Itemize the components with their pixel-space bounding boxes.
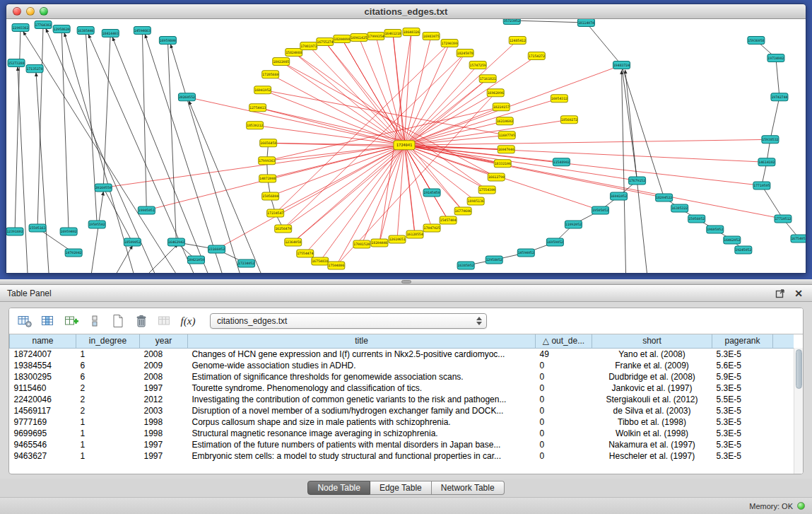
graph-node[interactable]: 12958620 [53, 25, 70, 33]
table-cell[interactable]: 0 [536, 382, 592, 394]
graph-node[interactable]: 12391602 [6, 228, 23, 235]
table-cell[interactable]: Corpus callosum shape and size in male p… [188, 416, 536, 428]
graph-node[interactable]: 18530212 [247, 122, 264, 129]
graph-node[interactable]: 11092052 [565, 221, 582, 228]
table-cell[interactable]: Jankovic et al. (1997) [592, 382, 712, 394]
graph-edge[interactable] [625, 70, 647, 274]
graph-node[interactable]: 17999354 [367, 33, 384, 40]
table-cell[interactable]: 5.3E-5 [712, 439, 773, 450]
graph-edge[interactable] [88, 35, 194, 274]
table-cell[interactable]: 1998 [140, 428, 188, 439]
graph-edge[interactable] [622, 65, 637, 180]
import-table-icon[interactable] [156, 313, 173, 329]
add-column-icon[interactable] [63, 313, 80, 329]
function-builder-icon[interactable]: f(x) [180, 313, 196, 329]
graph-edge[interactable] [404, 65, 478, 145]
table-cell[interactable]: 6 [76, 360, 140, 371]
graph-edge[interactable] [293, 78, 488, 242]
table-row[interactable]: 1830029562008Estimation of significance … [10, 371, 794, 382]
graph-edge[interactable] [167, 40, 176, 242]
graph-node[interactable]: 16962096 [487, 89, 504, 97]
graph-node[interactable]: 1724041 [394, 141, 415, 150]
graph-node[interactable]: 23166052 [208, 245, 225, 253]
graph-node[interactable]: 17047025 [423, 224, 440, 232]
graph-node[interactable]: 17710512 [775, 215, 792, 223]
graph-node[interactable]: 16047046 [498, 146, 514, 153]
graph-node[interactable]: 16041952 [254, 86, 271, 94]
graph-node[interactable]: 18204522 [656, 194, 673, 201]
table-row[interactable]: 946554611997Estimation of the future num… [10, 439, 794, 450]
graph-edge[interactable] [217, 145, 404, 249]
table-cell[interactable]: Dudbridge et al. (2008) [592, 371, 712, 382]
table-cell[interactable]: 6 [76, 371, 140, 382]
new-table-icon[interactable] [110, 313, 126, 329]
table-cell[interactable]: 9777169 [10, 416, 76, 428]
graph-node[interactable]: 11548902 [553, 158, 570, 166]
table-cell[interactable]: 0 [536, 405, 592, 416]
graph-node[interactable]: 18245078 [457, 49, 473, 57]
graph-node[interactable]: 19905051 [138, 206, 155, 214]
column-header-pagerank[interactable]: pagerank [712, 334, 773, 348]
column-header-title[interactable]: title [188, 334, 536, 348]
table-cell[interactable]: 5.3E-5 [712, 382, 773, 394]
graph-edge[interactable] [512, 21, 586, 23]
graph-node[interactable]: 16054312 [551, 95, 567, 103]
graph-node[interactable]: 19145450 [423, 189, 440, 197]
graph-node[interactable]: 11607705 [498, 132, 515, 139]
graph-node[interactable]: 18332106 [494, 160, 511, 168]
table-cell[interactable]: de Silva et al. (2003) [592, 405, 712, 416]
graph-node[interactable]: 14872008 [259, 175, 276, 182]
graph-node[interactable]: 15938532 [762, 136, 779, 144]
divider-handle[interactable] [401, 280, 411, 284]
table-scrollbar[interactable] [794, 348, 803, 474]
column-header-name[interactable]: name [10, 334, 76, 348]
table-cell[interactable]: Disruption of a novel member of a sodium… [188, 405, 536, 416]
graph-node[interactable]: 15056052 [688, 215, 705, 223]
column-header-in-degree[interactable]: in_degree [76, 334, 140, 348]
table-cell[interactable]: 5.6E-5 [712, 360, 773, 371]
table-cell[interactable]: 0 [536, 394, 592, 405]
table-cell[interactable]: 2 [76, 382, 140, 394]
graph-node[interactable]: 15505163 [29, 224, 46, 232]
graph-node[interactable]: 17554474 [297, 250, 314, 257]
graph-node[interactable]: 12610651 [389, 235, 406, 243]
graph-node[interactable]: 14702042 [65, 249, 82, 257]
graph-edge[interactable] [36, 73, 49, 274]
table-cell[interactable]: 1997 [140, 439, 188, 450]
graph-edge[interactable] [15, 28, 20, 232]
table-cell[interactable]: 18724007 [10, 348, 76, 360]
table-cell[interactable]: Estimation of significance thresholds fo… [188, 371, 536, 382]
graph-node[interactable]: 15273288 [8, 59, 25, 67]
table-cell[interactable]: 18300295 [10, 371, 76, 382]
graph-node[interactable]: 18022085 [273, 58, 290, 66]
graph-edge[interactable] [103, 145, 404, 187]
graph-node[interactable]: 15457404 [440, 216, 457, 224]
graph-edge[interactable] [586, 23, 621, 65]
network-canvas[interactable]: 1724041185302121275441316041952172856601… [6, 19, 806, 274]
table-cell[interactable]: 1 [76, 428, 140, 439]
graph-node[interactable]: 14594052 [517, 249, 534, 257]
graph-node[interactable]: 17710505 [753, 182, 770, 189]
graph-edge[interactable] [271, 74, 404, 145]
graph-edge[interactable] [46, 29, 155, 274]
table-cell[interactable]: 5.3E-5 [712, 450, 773, 462]
graph-edge[interactable] [404, 98, 559, 145]
table-cell[interactable]: 0 [536, 360, 592, 371]
float-panel-icon[interactable] [774, 287, 787, 300]
table-cell[interactable]: Changes of HCN gene expression and I(f) … [188, 348, 536, 360]
table-cell[interactable]: Tourette syndrome. Phenomenology and cla… [188, 382, 536, 394]
graph-node[interactable]: 16612790 [488, 173, 505, 181]
table-cell[interactable]: Franke et al. (2009) [592, 360, 712, 371]
graph-node[interactable]: 16461218 [384, 30, 401, 37]
table-cell[interactable]: 1 [76, 450, 140, 462]
graph-node[interactable]: 18560272 [560, 116, 577, 124]
table-cell[interactable]: 1997 [140, 382, 188, 394]
graph-node[interactable]: 16128554 [406, 230, 423, 238]
graph-edge[interactable] [622, 71, 626, 274]
table-cell[interactable]: 1997 [140, 450, 188, 462]
table-cell[interactable]: 2003 [140, 405, 188, 416]
table-cell[interactable]: Investigating the contribution of common… [188, 394, 536, 405]
graph-node[interactable]: 19605052 [707, 226, 724, 233]
table-cell[interactable]: 0 [536, 371, 592, 382]
graph-node[interactable]: 17081520 [353, 240, 370, 248]
